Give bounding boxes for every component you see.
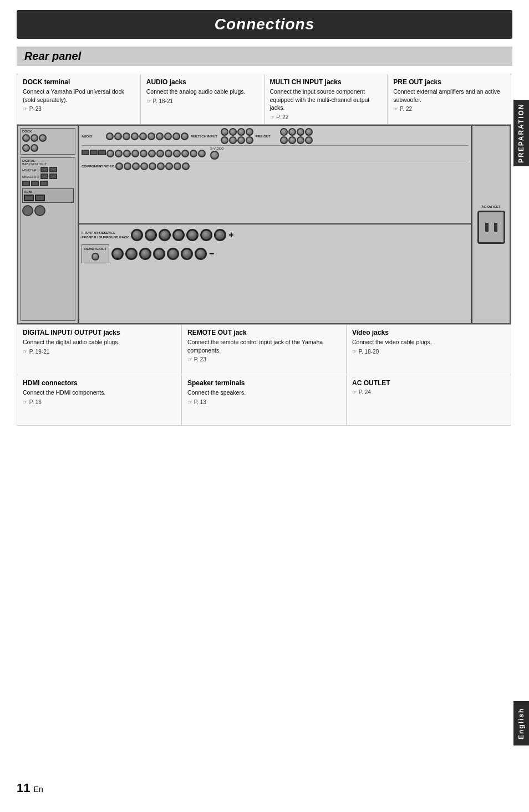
comp-j3 bbox=[132, 162, 140, 170]
remote-out-desc: Connect the remote control input jack of… bbox=[187, 338, 340, 354]
vid-j9 bbox=[173, 150, 181, 157]
annot-digital-io: DIGITAL INPUT/ OUTPUT jacks Connect the … bbox=[17, 325, 182, 375]
speaker-terminals-page: P. 13 bbox=[187, 399, 340, 405]
annot-ac-outlet: AC OUTLET P. 24 bbox=[347, 375, 511, 425]
vid-j8 bbox=[165, 150, 172, 157]
minus-symbol: − bbox=[209, 249, 214, 259]
sp-front-l bbox=[131, 229, 143, 241]
dock-jacks-2 bbox=[22, 143, 74, 153]
digi-j1 bbox=[82, 150, 89, 155]
multi-ch-row2 bbox=[221, 136, 253, 144]
video-jacks-page: P. 18-20 bbox=[352, 349, 505, 355]
mch-j3 bbox=[237, 128, 245, 136]
multi-ch-label-top: MULTI CH INPUT bbox=[191, 135, 218, 138]
page-number: 11 En bbox=[17, 781, 43, 795]
outlet-slot-right bbox=[494, 223, 497, 232]
dock-jacks bbox=[22, 133, 74, 143]
dock-jack-4 bbox=[22, 144, 30, 152]
audio-j9 bbox=[172, 132, 180, 140]
multi-ch-page: P. 22 bbox=[270, 114, 382, 120]
sp2-front-l bbox=[111, 248, 124, 260]
front-b-surround-label: FRONT B / SURROUND BACK bbox=[82, 236, 129, 239]
audio-j3 bbox=[123, 132, 130, 140]
component-section: COMPONENT VIDEO bbox=[82, 161, 469, 170]
ms-cdr-2-jack bbox=[40, 173, 48, 179]
annot-audio-jacks: AUDIO jacks Connect the analog audio cab… bbox=[141, 74, 264, 124]
annot-speaker-terminals: Speaker terminals Connect the speakers. … bbox=[182, 375, 347, 425]
hdmi-title: HDMI connectors bbox=[23, 379, 176, 387]
ms-cdr-slots: MS/CD-R① bbox=[22, 167, 74, 172]
comp-j4 bbox=[140, 162, 148, 170]
sp-surr-back-r bbox=[214, 229, 226, 241]
center-top-panel: AUDIO MULTI CH INPUT bbox=[79, 126, 471, 224]
speaker-terminals-title: Speaker terminals bbox=[187, 379, 340, 387]
pre-out-jacks-top bbox=[280, 128, 313, 144]
video-jacks-desc: Connect the video cable plugs. bbox=[352, 338, 505, 346]
sp-surr-l bbox=[172, 229, 185, 241]
remote-jack bbox=[91, 253, 99, 261]
speaker-circle-1 bbox=[22, 205, 33, 216]
vid-j6 bbox=[148, 150, 156, 157]
sp2-front-r bbox=[125, 248, 138, 260]
bottom-annotations-row2: HDMI connectors Connect the HDMI compone… bbox=[17, 375, 511, 426]
section-header: Rear panel bbox=[17, 47, 512, 66]
page-suffix: En bbox=[34, 785, 43, 794]
comp-j9 bbox=[182, 162, 190, 170]
outlet-slot-left bbox=[485, 223, 489, 232]
mch-j7 bbox=[237, 136, 245, 144]
sp2-center bbox=[139, 248, 151, 260]
speaker-posts-row1 bbox=[131, 229, 226, 241]
mch-j6 bbox=[229, 136, 237, 144]
comp-j6 bbox=[157, 162, 165, 170]
remote-label: REMOTE OUT bbox=[84, 247, 106, 251]
ac-outlet-title: AC OUTLET bbox=[352, 379, 505, 387]
comp-j2 bbox=[124, 162, 131, 170]
audio-j6 bbox=[147, 132, 155, 140]
ms-cdr-2-jack-2 bbox=[49, 173, 57, 179]
audio-j4 bbox=[131, 132, 139, 140]
po-j6 bbox=[288, 136, 296, 144]
audio-section-top: AUDIO MULTI CH INPUT bbox=[82, 128, 469, 146]
dock-terminal-title: DOCK terminal bbox=[23, 78, 135, 86]
remote-out-title: REMOTE OUT jack bbox=[187, 329, 340, 336]
multi-ch-title: MULTI CH INPUT jacks bbox=[270, 78, 382, 86]
multi-ch-desc: Connect the input source component equip… bbox=[270, 88, 382, 112]
pre-out-desc: Connect external amplifiers and an activ… bbox=[393, 88, 505, 104]
speaker-posts-row2 bbox=[111, 248, 207, 260]
bottom-annotations-row1: DIGITAL INPUT/ OUTPUT jacks Connect the … bbox=[17, 325, 511, 375]
pre-out-label-top: PRE OUT bbox=[256, 135, 278, 138]
po-j4 bbox=[305, 128, 313, 136]
sp2-surr-r bbox=[167, 248, 179, 260]
mch-j2 bbox=[229, 128, 237, 136]
hdmi-page: P. 16 bbox=[23, 399, 176, 405]
digital-jack-1 bbox=[22, 181, 30, 186]
ac-outlet-shape bbox=[477, 211, 505, 244]
plus-symbol: + bbox=[228, 230, 233, 240]
audio-j10 bbox=[181, 132, 189, 140]
sp2-surr-l bbox=[153, 248, 165, 260]
speaker-terminals-desc: Connect the speakers. bbox=[187, 389, 340, 397]
audio-j5 bbox=[139, 132, 147, 140]
pre-out-title: PRE OUT jacks bbox=[393, 78, 505, 86]
mch-j1 bbox=[221, 128, 228, 136]
sp2-surr-back-l bbox=[181, 248, 193, 260]
sidebar-tab-preparation: PREPARATION bbox=[513, 100, 529, 166]
po-j1 bbox=[280, 128, 288, 136]
front-presence-label: FRONT A/PRESENCE bbox=[82, 231, 129, 234]
speaker-left-area bbox=[22, 205, 74, 216]
audio-jacks-page: P. 18-21 bbox=[146, 98, 258, 104]
ac-outlet-top-label: AC OUTLET bbox=[481, 205, 500, 208]
ms-cdr-1-jack bbox=[40, 167, 48, 172]
vid-j2 bbox=[115, 150, 123, 157]
digital-io-page: P. 19-21 bbox=[23, 349, 176, 355]
hdmi-jacks bbox=[24, 195, 72, 201]
svideo-area: S-VIDEO bbox=[210, 147, 224, 160]
mch-j4 bbox=[246, 128, 253, 136]
top-annotations: DOCK terminal Connect a Yamaha iPod univ… bbox=[17, 74, 511, 124]
po-j7 bbox=[297, 136, 304, 144]
digi-j3 bbox=[98, 150, 106, 155]
speaker-circle-2 bbox=[34, 205, 45, 216]
hdmi-jack-1 bbox=[24, 195, 34, 201]
dock-terminal-page: P. 23 bbox=[23, 106, 135, 112]
ac-outlet-page: P. 24 bbox=[352, 389, 505, 395]
